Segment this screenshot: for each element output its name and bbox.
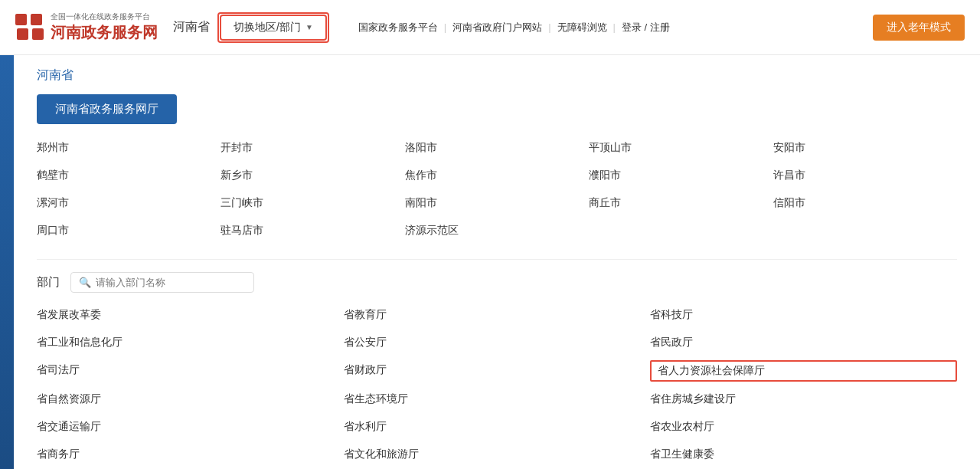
left-sidebar-strip [0,55,14,469]
nav-links: 国家政务服务平台 | 河南省政府门户网站 | 无障碍浏览 | 登录 / 注册 [352,21,873,34]
dept-item[interactable]: 省民政厅 [650,333,957,353]
city-item[interactable] [589,221,773,241]
section-divider [37,259,957,260]
nav-henan-portal[interactable]: 河南省政府门户网站 [446,21,548,34]
dept-item[interactable]: 省工业和信息化厅 [37,333,344,353]
city-item[interactable]: 焦作市 [405,166,589,185]
dept-item[interactable]: 省科技厅 [650,305,957,325]
dept-item[interactable]: 省司法厅 [37,360,344,382]
city-item[interactable]: 周口市 [37,221,220,241]
search-icon: 🔍 [79,277,91,288]
nav-accessibility[interactable]: 无障碍浏览 [551,21,613,34]
city-grid: 郑州市开封市洛阳市平顶山市安阳市鹤壁市新乡市焦作市濮阳市许昌市漯河市三门峡市南阳… [37,138,957,241]
province-label: 河南省 [173,19,210,35]
dept-item[interactable]: 省人力资源社会保障厅 [650,360,957,382]
dept-item[interactable]: 省财政厅 [344,360,651,382]
city-item[interactable]: 漯河市 [37,193,220,213]
city-item[interactable]: 鹤壁市 [37,166,220,185]
logo-icon [15,14,43,41]
dept-item[interactable]: 省公安厅 [344,333,651,353]
city-item[interactable]: 信阳市 [773,193,957,213]
dept-item[interactable]: 省水利厅 [344,417,651,437]
city-item[interactable]: 三门峡市 [220,193,404,213]
city-item[interactable]: 南阳市 [405,193,589,213]
province-title: 河南省 [37,67,957,84]
city-item[interactable]: 许昌市 [773,166,957,185]
header: 全国一体化在线政务服务平台 河南政务服务网 河南省 切换地区/部门 ▼ 国家政务… [0,0,980,55]
city-item[interactable]: 濮阳市 [589,166,773,185]
switch-button-label: 切换地区/部门 [234,21,301,34]
dept-item[interactable]: 省文化和旅游厅 [344,444,651,464]
dept-section-header: 部门 🔍 [37,272,957,293]
city-item[interactable]: 济源示范区 [405,221,589,241]
city-item[interactable]: 商丘市 [589,193,773,213]
dept-item[interactable]: 省商务厅 [37,444,344,464]
switch-btn-wrapper: 切换地区/部门 ▼ [217,12,329,43]
dept-item[interactable]: 省生态环境厅 [344,389,651,409]
hall-button[interactable]: 河南省政务服务网厅 [37,94,177,124]
dept-item[interactable]: 省发展改革委 [37,305,344,325]
dept-item[interactable]: 省农业农村厅 [650,417,957,437]
nav-national-platform[interactable]: 国家政务服务平台 [352,21,444,34]
switch-region-button[interactable]: 切换地区/部门 ▼ [220,15,327,41]
city-item[interactable]: 驻马店市 [220,221,404,241]
city-item[interactable]: 安阳市 [773,138,957,158]
city-item[interactable]: 郑州市 [37,138,220,158]
dept-grid: 省发展改革委省教育厅省科技厅省工业和信息化厅省公安厅省民政厅省司法厅省财政厅省人… [37,305,957,469]
dept-item[interactable]: 省卫生健康委 [650,444,957,464]
dept-item[interactable]: 省自然资源厅 [37,389,344,409]
elderly-mode-button[interactable]: 进入老年模式 [873,15,965,41]
logo-subtitle: 全国一体化在线政务服务平台 [51,11,158,22]
city-item[interactable]: 平顶山市 [589,138,773,158]
dept-search-input[interactable] [96,277,246,288]
city-item[interactable]: 开封市 [220,138,404,158]
city-item[interactable]: 洛阳市 [405,138,589,158]
logo-area: 全国一体化在线政务服务平台 河南政务服务网 [15,11,158,43]
dept-item[interactable]: 省交通运输厅 [37,417,344,437]
dropdown-arrow-icon: ▼ [305,23,313,31]
logo-text-area: 全国一体化在线政务服务平台 河南政务服务网 [51,11,158,43]
dept-item[interactable]: 省住房城乡建设厅 [650,389,957,409]
city-item[interactable]: 新乡市 [220,166,404,185]
dept-label: 部门 [37,275,60,290]
nav-login-register[interactable]: 登录 / 注册 [616,21,676,34]
logo-title: 河南政务服务网 [51,22,158,43]
dept-item[interactable]: 省教育厅 [344,305,651,325]
city-item[interactable] [773,221,957,241]
main-content: 河南省 河南省政务服务网厅 郑州市开封市洛阳市平顶山市安阳市鹤壁市新乡市焦作市濮… [14,55,980,469]
dept-search-box[interactable]: 🔍 [70,272,254,293]
